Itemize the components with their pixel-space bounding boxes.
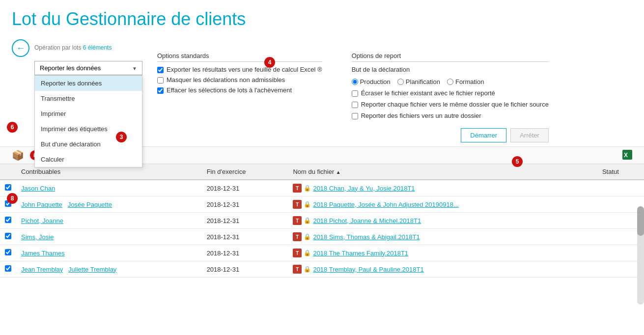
col-statut: Statut	[597, 164, 644, 180]
table-row: James Thames 2018-12-31 🔒 2018 The Thame…	[0, 245, 644, 261]
taxpayer-link-3[interactable]: Pichot, Joanne	[21, 217, 63, 224]
filename-link-3[interactable]: 2018 Pichot, Joanne & Michel.2018T1	[313, 217, 421, 224]
stack-icon: 📦	[12, 149, 24, 161]
taxpayer-link-4[interactable]: Sims, Josie	[21, 233, 54, 241]
fin-1: 2018-12-31	[202, 180, 288, 196]
data-table: Contribuables Fin d'exercice Nom du fich…	[0, 164, 644, 278]
row-check-1[interactable]	[5, 184, 11, 191]
table-row: John Paquette Josée Paquette 2018-12-31 …	[0, 196, 644, 213]
fin-3: 2018-12-31	[202, 213, 288, 229]
checkbox-effacer[interactable]: Effacer les sélections de lots à l'achèv…	[157, 86, 322, 94]
filename-link-1[interactable]: 2018 Chan, Jay & Yu, Josie.2018T1	[313, 185, 415, 192]
lock-icon-6: 🔒	[304, 266, 311, 273]
col-fin: Fin d'exercice	[202, 164, 288, 180]
table-row: Pichot, Joanne 2018-12-31 🔒 2018 Pichot,…	[0, 213, 644, 229]
dropdown-menu: Reporter les données Transmettre Imprime…	[34, 75, 142, 168]
dropdown-item-calculer[interactable]: Calculer	[35, 152, 142, 167]
file-icon-4	[293, 232, 302, 241]
table-row: Jean Tremblay Juliette Tremblay 2018-12-…	[0, 261, 644, 278]
dropdown-item-imprimer-etiquettes[interactable]: Imprimer des étiquettes	[35, 121, 142, 137]
operation-dropdown[interactable]: Reporter les données	[34, 61, 142, 75]
col-filename: Nom du fichier ▲	[288, 164, 597, 180]
col-check	[0, 164, 16, 180]
taxpayer-link-1[interactable]: Jason Chan	[21, 185, 55, 192]
fin-6: 2018-12-31	[202, 261, 288, 278]
taxpayer-link-2a[interactable]: John Paquette	[21, 201, 62, 208]
file-icon-6	[293, 265, 302, 274]
svg-text:X: X	[624, 152, 628, 159]
dropdown-item-reporter[interactable]: Reporter les données	[35, 76, 142, 91]
checkbox-reporter-autre[interactable]: Reporter des fichiers vers un autre doss…	[352, 112, 549, 119]
dropdown-item-imprimer[interactable]: Imprimer	[35, 106, 142, 121]
fin-2: 2018-12-31	[202, 196, 288, 213]
row-check-3[interactable]	[5, 217, 11, 223]
taxpayer-link-6a[interactable]: Jean Tremblay	[21, 266, 63, 273]
row-check-2[interactable]	[5, 200, 11, 207]
dropdown-item-but-declaration[interactable]: But d'une déclaration	[35, 137, 142, 152]
filename-link-4[interactable]: 2018 Sims, Thomas & Abigail.2018T1	[313, 233, 420, 241]
excel-export-icon[interactable]: X	[622, 150, 632, 161]
filename-link-5[interactable]: 2018 The Thames Family.2018T1	[313, 250, 408, 257]
scrollbar[interactable]	[637, 206, 644, 278]
but-declaration-label: But de la déclaration	[352, 66, 549, 73]
file-icon-2	[293, 200, 302, 209]
lock-icon-2: 🔒	[304, 201, 311, 208]
back-button[interactable]: ←	[12, 39, 29, 57]
options-report-label: Options de report	[352, 52, 549, 62]
dropdown-item-transmettre[interactable]: Transmettre	[35, 91, 142, 106]
checkbox-export[interactable]: Exporter les résultats vers une feuille …	[157, 66, 322, 73]
radio-production[interactable]: Production	[352, 78, 391, 85]
ops-label: Opération par lots 6 éléments	[34, 44, 112, 51]
lock-icon-3: 🔒	[304, 217, 311, 224]
taxpayer-link-2b[interactable]: Josée Paquette	[68, 201, 112, 208]
checkbox-reporter-meme[interactable]: Reporter chaque fichier vers le même dos…	[352, 101, 549, 108]
lock-icon-5: 🔒	[304, 250, 311, 256]
page-title: Lot du Gestionnaire de clients	[0, 0, 644, 34]
fin-4: 2018-12-31	[202, 229, 288, 245]
filename-link-6[interactable]: 2018 Tremblay, Paul & Pauline.2018T1	[313, 266, 423, 273]
demarrer-button[interactable]: Démarrer	[461, 128, 506, 142]
row-check-4[interactable]	[5, 233, 11, 239]
file-icon-3	[293, 216, 302, 225]
fin-5: 2018-12-31	[202, 245, 288, 261]
filename-link-2[interactable]: 2018 Paquette, Josée & John Adjusted 201…	[313, 201, 458, 208]
checkbox-masquer[interactable]: Masquer les déclarations non admissibles	[157, 76, 322, 84]
checkbox-ecraser[interactable]: Écraser le fichier existant avec le fich…	[352, 89, 549, 97]
lock-icon-1: 🔒	[304, 185, 311, 192]
options-standards-label: Options standards	[157, 52, 322, 62]
statut-1	[597, 180, 644, 196]
file-icon-5	[293, 249, 302, 257]
row-check-5[interactable]	[5, 249, 11, 255]
taxpayer-link-6b[interactable]: Juliette Tremblay	[68, 266, 116, 273]
radio-formation[interactable]: Formation	[447, 78, 484, 85]
arreter-button: Arrêter	[510, 128, 549, 142]
file-icon-1	[293, 184, 302, 193]
lock-icon-4: 🔒	[304, 233, 311, 240]
radio-planification[interactable]: Planification	[397, 78, 440, 85]
row-check-6[interactable]	[5, 265, 11, 272]
table-row: Jason Chan 2018-12-31 🔒 2018 Chan, Jay &…	[0, 180, 644, 196]
table-row: Sims, Josie 2018-12-31 🔒 2018 Sims, Thom…	[0, 229, 644, 245]
taxpayer-link-5[interactable]: James Thames	[21, 250, 65, 257]
